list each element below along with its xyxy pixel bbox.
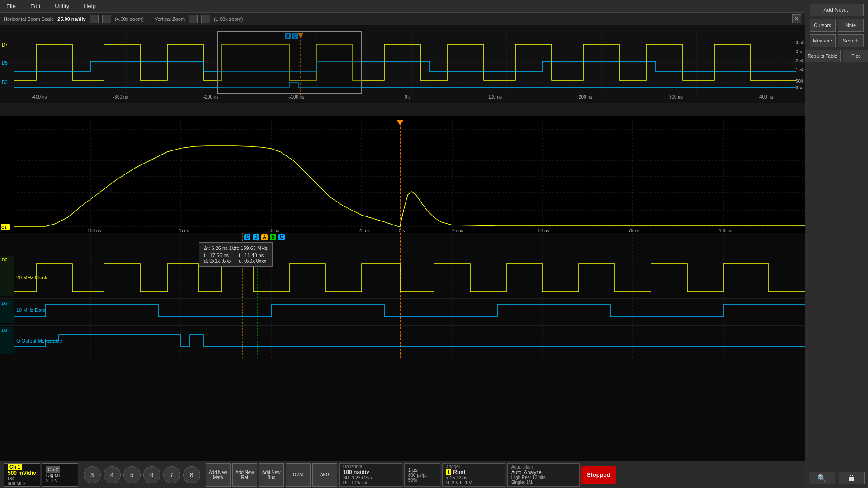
v-zoom-out[interactable]: − bbox=[201, 15, 210, 23]
delta-t-line: Δt: 6.26 ns 1/Δt: 159.63 MHz bbox=[204, 245, 268, 251]
num-8-button[interactable]: 8 bbox=[183, 466, 200, 483]
right-panel: Add New... Cursors Note Measure Search R… bbox=[805, 0, 868, 488]
svg-rect-0 bbox=[0, 13, 805, 103]
horizontal-extra-block: 1 μs 800 ps/pt 50% bbox=[404, 463, 440, 487]
overview-canvas: -400 ns -300 ns -200 ns -100 ns 0 s 100 … bbox=[0, 13, 805, 103]
horizontal-sr: SR: 1.25 GS/s bbox=[343, 475, 398, 480]
add-new-bus-button[interactable]: Add New Bus bbox=[259, 463, 284, 487]
num-4-button[interactable]: 4 bbox=[104, 466, 121, 483]
trigger-type: Runt bbox=[453, 469, 465, 475]
trigger-label: Trigger bbox=[446, 464, 501, 469]
dvm-button[interactable]: DVM bbox=[286, 463, 311, 487]
search-button[interactable]: Search bbox=[838, 34, 864, 47]
waveform-main: -100 ns -75 ns -50 ns -25 ns 0 s 25 ns 5… bbox=[0, 116, 805, 233]
cursor-g-badge: G bbox=[278, 234, 285, 240]
add-new-ref-button[interactable]: Add New Ref bbox=[232, 463, 257, 487]
close-zoom-button[interactable]: ✕ bbox=[792, 14, 801, 23]
num-6-button[interactable]: 6 bbox=[143, 466, 160, 483]
hz-zoom-value: 25.00 ns/div bbox=[57, 16, 85, 22]
svg-text:0 s: 0 s bbox=[405, 94, 410, 99]
stopped-button[interactable]: Stopped bbox=[581, 466, 616, 484]
ch1-block[interactable]: Ch 1 500 mV/div DS 500 MHz bbox=[4, 463, 40, 487]
ch1-label: Ch 1 bbox=[8, 464, 22, 470]
num-3-button[interactable]: 3 bbox=[84, 466, 101, 483]
h-pt: 800 ps/pt bbox=[408, 473, 436, 478]
horizontal-block[interactable]: Horizontal 100 ns/div SR: 1.25 GS/s RL: … bbox=[339, 463, 402, 487]
add-new-button[interactable]: Add New... bbox=[810, 4, 864, 16]
svg-text:-75 ns: -75 ns bbox=[176, 228, 189, 233]
cursor-a-badge: A bbox=[261, 234, 268, 240]
horizontal-rl: RL: 1.25 kpts bbox=[343, 480, 398, 485]
hz-zoom-out[interactable]: − bbox=[102, 15, 111, 23]
acq-mode: Auto, bbox=[511, 469, 523, 475]
acq-single: Single: 1/1 bbox=[511, 480, 576, 485]
svg-text:2.50 V: 2.50 V bbox=[796, 58, 805, 63]
menu-help[interactable]: Help bbox=[81, 2, 99, 10]
trigger-levels: U: 2 V L: 1 V bbox=[446, 480, 501, 485]
ch2-label: Ch 2 bbox=[46, 466, 60, 473]
cursor-b-data: d: 0x0x 0xxx bbox=[239, 258, 266, 263]
acquisition-block[interactable]: Acquisition Auto, Analyze High Res: 13 b… bbox=[507, 463, 580, 487]
plot-button[interactable]: Plot bbox=[843, 50, 868, 62]
svg-text:Q Output Metastable: Q Output Metastable bbox=[16, 338, 62, 343]
menu-utility[interactable]: Utility bbox=[52, 2, 72, 10]
menubar: File Edit Utility Help bbox=[0, 0, 868, 13]
note-button[interactable]: Note bbox=[838, 19, 864, 32]
cursors-button[interactable]: Cursors bbox=[810, 19, 836, 32]
svg-text:D7: D7 bbox=[2, 42, 8, 47]
svg-text:-25 ns: -25 ns bbox=[357, 228, 370, 233]
trigger-ch-badge: 1 bbox=[446, 469, 452, 475]
num-7-button[interactable]: 7 bbox=[163, 466, 180, 483]
svg-text:D7: D7 bbox=[2, 258, 7, 262]
acquisition-label: Acquisition bbox=[511, 465, 576, 469]
ch2-block[interactable]: Ch 2 Digital ≥: 2 V bbox=[42, 463, 78, 487]
results-table-button[interactable]: Results Table bbox=[805, 50, 841, 62]
zoom-controls-bar: Horizontal Zoom Scale 25.00 ns/div + − (… bbox=[0, 13, 805, 25]
svg-text:0 s: 0 s bbox=[399, 228, 405, 233]
svg-text:300 ns: 300 ns bbox=[669, 94, 683, 99]
cursor-a-time: t: -17.66 ns bbox=[204, 253, 231, 258]
add-new-math-button[interactable]: Add New Math bbox=[206, 463, 231, 487]
v-zoom-in[interactable]: + bbox=[189, 15, 198, 23]
trigger-block[interactable]: Trigger 1 Runt < 25.12 ns U: 2 V L: 1 V bbox=[442, 463, 505, 487]
main-waveform-canvas: -100 ns -75 ns -50 ns -25 ns 0 s 25 ns 5… bbox=[0, 116, 805, 233]
svg-text:C1: C1 bbox=[1, 225, 7, 230]
v-zoom-label: Vertical Zoom bbox=[155, 16, 185, 22]
measure-button[interactable]: Measure bbox=[810, 34, 836, 47]
svg-text:10 MHz Data: 10 MHz Data bbox=[16, 307, 46, 313]
svg-text:-100 ns: -100 ns bbox=[86, 228, 101, 233]
acq-analyze: Analyze bbox=[524, 469, 542, 475]
svg-rect-74 bbox=[0, 233, 805, 461]
zoom-icon-button[interactable]: 🔍 bbox=[809, 472, 835, 484]
cursor-a-data: d: 0x1x 0xxx bbox=[204, 258, 231, 263]
svg-text:200 ns: 200 ns bbox=[579, 94, 592, 99]
svg-text:500 mV: 500 mV bbox=[796, 79, 805, 84]
svg-text:3 V: 3 V bbox=[796, 49, 802, 54]
zoom-box bbox=[217, 31, 362, 94]
svg-text:1.50 V: 1.50 V bbox=[796, 67, 805, 72]
cursor-tooltip: Δt: 6.26 ns 1/Δt: 159.63 MHz t: -17.66 n… bbox=[199, 242, 273, 267]
svg-text:-100 ns: -100 ns bbox=[289, 94, 304, 99]
acq-res: High Res: 13 bits bbox=[511, 475, 576, 480]
digital-canvas: D7 20 MHz Clock D5 10 MHz Data D3 bbox=[0, 233, 805, 461]
menu-file[interactable]: File bbox=[4, 2, 19, 10]
hz-zoom-in[interactable]: + bbox=[90, 15, 99, 23]
ch1-scale: 500 mV/div bbox=[8, 470, 36, 476]
afg-button[interactable]: AFG bbox=[312, 463, 337, 487]
svg-text:-200 ns: -200 ns bbox=[203, 94, 218, 99]
svg-text:0 V: 0 V bbox=[796, 85, 802, 90]
menu-edit[interactable]: Edit bbox=[28, 2, 43, 10]
ch2-type: Digital bbox=[46, 473, 74, 478]
svg-text:100 ns: 100 ns bbox=[488, 94, 502, 99]
cursor-b-badge: B bbox=[270, 234, 276, 240]
svg-text:-50 ns: -50 ns bbox=[267, 228, 279, 233]
h-delay: 1 μs bbox=[408, 467, 436, 473]
waveform-overview: Waveform View bbox=[0, 13, 805, 103]
hz-zoom-factor: (4.00x zoom) bbox=[115, 16, 144, 22]
svg-text:25 ns: 25 ns bbox=[452, 228, 463, 233]
cursor-c-badge: C bbox=[244, 234, 250, 240]
ch1-coupling: DS bbox=[8, 476, 36, 481]
trash-icon-button[interactable]: 🗑 bbox=[839, 472, 865, 484]
svg-text:D3: D3 bbox=[2, 80, 8, 85]
num-5-button[interactable]: 5 bbox=[123, 466, 141, 483]
